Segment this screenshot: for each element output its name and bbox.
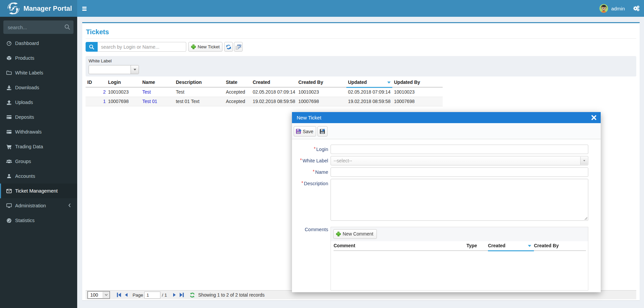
col-description[interactable]: Description [174,78,224,87]
filter-label: White Label [89,58,633,63]
col-comment-created[interactable]: Created [488,241,534,251]
plus-icon [191,44,196,49]
col-updated-by[interactable]: Updated By [392,78,443,87]
select-arrow-icon [103,292,109,298]
modal-body: *Login *White Label --select-- *Name *De… [292,139,601,291]
first-page-button[interactable] [115,292,122,298]
new-comment-button[interactable]: New Comment [333,229,377,239]
comments-toolbar: New Comment [331,227,588,241]
sidebar-item-dashboard[interactable]: Dashboard [0,36,77,51]
page-title: Tickets [86,23,636,37]
pagination-summary: Showing 1 to 2 of 2 total records [198,293,265,298]
sidebar-item-ticket-management[interactable]: Ticket Management [0,184,77,198]
required-asterisk: * [300,157,302,163]
comments-section: New Comment Comment Type Created Created… [331,227,588,291]
ticket-id-link[interactable]: 2 [103,90,106,95]
tickets-toolbar: New Ticket [86,42,636,52]
save-button[interactable]: Save [294,126,316,137]
name-input[interactable] [331,167,588,177]
modal-title: New Ticket [297,115,591,120]
sidebar-menu: Dashboard Products White Labels Download… [0,36,77,228]
col-comment[interactable]: Comment [334,241,466,251]
brand-title: Manager Portal [23,5,72,12]
tickets-search-input[interactable] [98,42,186,52]
description-field-row: *Description [292,179,601,221]
sidebar-item-statistics[interactable]: Statistics [0,213,77,228]
prev-page-button[interactable] [122,292,130,298]
comments-label: Comments [292,227,328,291]
col-state[interactable]: State [224,78,251,87]
navbar: admin [77,0,644,17]
page-number-input[interactable] [144,292,160,299]
title-divider [86,38,636,39]
sidebar-search-input[interactable] [3,20,64,34]
white-label-select[interactable]: --select-- [331,156,588,165]
ticket-id-link[interactable]: 1 [103,99,106,104]
sidebar-item-white-labels[interactable]: White Labels [0,65,77,80]
credit-card-icon [5,130,12,134]
user-name[interactable]: admin [611,6,625,11]
ticket-name-link[interactable]: Test [142,90,151,95]
select-dropdown-icon[interactable] [580,157,588,165]
white-label-combobox[interactable] [89,65,139,74]
sidebar-item-accounts[interactable]: Accounts [0,169,77,184]
required-asterisk: * [314,146,315,151]
next-page-button[interactable] [171,292,178,298]
users-icon [5,159,12,164]
envelope-icon [5,189,12,193]
close-icon[interactable] [591,115,596,120]
plus-icon [336,232,341,237]
sidebar-item-administration[interactable]: Administration [0,198,77,213]
col-login[interactable]: Login [106,78,141,87]
tickets-table: ID Login Name Description State Created … [86,78,443,106]
sidebar-item-products[interactable]: Products [0,51,77,65]
table-row[interactable]: 1 10007698 Test 01 test 01 Text Accepted… [86,97,443,106]
sidebar: Dashboard Products White Labels Download… [0,17,77,308]
resize-grip-icon[interactable] [585,217,587,220]
modal-header[interactable]: New Ticket [292,112,601,123]
sidebar-item-groups[interactable]: Groups [0,154,77,169]
new-ticket-button[interactable]: New Ticket [188,42,222,52]
description-textarea[interactable] [331,179,588,221]
search-button[interactable] [86,42,98,52]
page-size-select[interactable]: 100 [88,291,110,299]
col-name[interactable]: Name [141,78,174,87]
login-input[interactable] [331,145,588,154]
column-settings-button[interactable] [234,42,243,52]
login-field-row: *Login [292,145,601,154]
col-created-by[interactable]: Created By [297,78,346,87]
combo-dropdown-icon[interactable] [131,65,139,74]
col-created[interactable]: Created [251,78,297,87]
sidebar-toggle-icon[interactable] [77,0,92,17]
col-updated[interactable]: Updated [346,78,392,87]
sidebar-item-uploads[interactable]: Uploads [0,95,77,110]
folder-icon [5,70,12,75]
sidebar-item-trading-data[interactable]: Trading Data [0,139,77,154]
sidebar-item-deposits[interactable]: Deposits [0,110,77,124]
col-id[interactable]: ID [86,78,106,87]
sort-desc-icon [528,245,531,247]
sidebar-search-icon[interactable] [64,24,70,31]
ticket-name-link[interactable]: Test 01 [142,99,157,104]
sidebar-search [3,20,73,34]
shopping-cart-icon [5,144,12,149]
swirl-logo-icon [7,2,20,15]
col-comment-created-by[interactable]: Created By [534,241,586,251]
credit-card-icon [5,115,12,119]
white-label-label: *White Label [292,156,328,165]
gauge-icon [5,218,12,223]
refresh-list-icon[interactable] [188,292,196,298]
save-check-icon [319,129,325,134]
download-icon [5,85,12,90]
app-logo[interactable]: Manager Portal [0,0,77,17]
settings-gears-icon[interactable] [633,5,640,11]
save-and-close-button[interactable] [317,126,328,137]
col-type[interactable]: Type [466,241,488,251]
sidebar-item-downloads[interactable]: Downloads [0,80,77,95]
last-page-button[interactable] [178,292,186,298]
avatar[interactable] [599,4,608,13]
sidebar-item-withdrawals[interactable]: Withdrawals [0,124,77,139]
table-row[interactable]: 2 10010023 Test Test Accepted 02.05.2018… [86,87,443,97]
refresh-button[interactable] [224,42,233,52]
comments-header-row: Comment Type Created Created By [334,241,586,251]
